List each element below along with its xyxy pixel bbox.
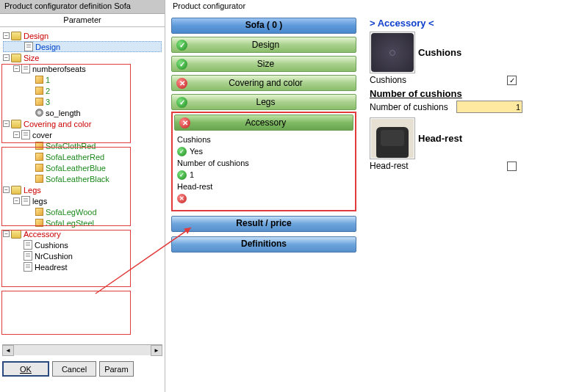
wizard-header: Sofa ( 0 ) (171, 18, 356, 34)
form-section-title: > Accessory < (370, 18, 546, 29)
tree-label: Size (24, 54, 39, 62)
collapse-icon[interactable]: − (3, 186, 10, 193)
page-icon (21, 64, 30, 73)
scroll-left-icon[interactable]: ◄ (2, 345, 14, 356)
tree-node-design[interactable]: − Design (3, 30, 162, 41)
tree-label: Design (35, 43, 60, 51)
detail-value: ✓Yes (177, 145, 351, 157)
tree-node-covering[interactable]: − Covering and color (3, 118, 162, 129)
tree-leaf[interactable]: 3 (3, 96, 162, 107)
collapse-icon[interactable]: − (13, 197, 20, 204)
collapse-icon[interactable]: − (3, 231, 10, 237)
tree-leaf[interactable]: so_length (3, 107, 162, 118)
tree-leaf[interactable]: Headrest (3, 261, 162, 272)
page-icon (24, 251, 32, 261)
parameter-tree: − Design Design − Size − numberofseats 1… (0, 27, 165, 335)
tree-node-legs-sub[interactable]: − legs (3, 195, 162, 206)
wizard-result[interactable]: Result / price (171, 216, 356, 232)
tree-node-design-child[interactable]: Design (3, 41, 162, 52)
wizard-step-design[interactable]: ✓Design (171, 37, 356, 53)
cushion-thumbnail (370, 32, 415, 73)
cube-icon (35, 175, 43, 183)
wizard-step-size[interactable]: ✓Size (171, 56, 356, 72)
cube-icon (35, 164, 43, 172)
ok-button[interactable]: OK (2, 361, 49, 377)
tree-leaf[interactable]: 2 (3, 85, 162, 96)
step-label: Size (192, 59, 356, 69)
collapse-icon[interactable]: − (3, 32, 10, 39)
cube-icon (35, 153, 43, 161)
tree-leaf[interactable]: SofaLegSteel (3, 217, 162, 228)
wizard-step-legs[interactable]: ✓Legs (171, 94, 356, 110)
tree-label: Headrest (35, 263, 68, 272)
tree-label: SofaLeatherRed (46, 153, 104, 161)
tree-label: 3 (46, 98, 50, 106)
wizard-step-accessory[interactable]: ✕Accessory (174, 115, 353, 131)
collapse-icon[interactable]: − (3, 54, 10, 61)
wizard-definitions[interactable]: Definitions (171, 236, 356, 253)
cushions-checkbox[interactable]: ✓ (507, 76, 517, 85)
tree-leaf[interactable]: NrCushion (3, 250, 162, 261)
ok-icon: ✓ (176, 59, 187, 70)
tree-label: NrCushion (35, 252, 73, 261)
tree-leaf[interactable]: SofaLegWood (3, 206, 162, 217)
ok-icon: ✓ (176, 40, 187, 51)
definition-title: Product configurator definition Sofa (0, 0, 165, 14)
headrest-sublabel: Head-rest (370, 161, 409, 171)
wizard-step-covering[interactable]: ✕Covering and color (171, 75, 356, 91)
cushions-block: Cushions (370, 32, 546, 73)
page-icon (24, 262, 32, 272)
tree-leaf[interactable]: Cushions (3, 239, 162, 250)
page-icon (24, 240, 32, 250)
step-label: Covering and color (192, 78, 356, 88)
tree-label: legs (32, 197, 47, 206)
tree-node-accessory[interactable]: − Accessory (3, 228, 162, 239)
cancel-button[interactable]: Cancel (52, 361, 96, 377)
tree-node-cover[interactable]: − cover (3, 129, 162, 140)
page-icon (21, 196, 30, 206)
parameter-header: Parameter (0, 14, 165, 27)
configurator-panel: Product configurator Sofa ( 0 ) ✓Design … (165, 0, 581, 392)
headrest-field: Head-rest (370, 161, 517, 171)
ok-icon: ✓ (177, 147, 187, 156)
tree-label: SofaClothRed (46, 142, 96, 150)
tree-label: Legs (24, 186, 41, 195)
tree-leaf[interactable]: SofaLeatherRed (3, 151, 162, 162)
tree-node-size[interactable]: − Size (3, 52, 162, 63)
param-button[interactable]: Param (99, 361, 133, 377)
tree-node-legs[interactable]: − Legs (3, 184, 162, 195)
error-icon: ✕ (179, 117, 190, 128)
tree-label: Cushions (35, 241, 68, 250)
collapse-icon[interactable]: − (13, 131, 20, 138)
tree-leaf[interactable]: SofaLeatherBlue (3, 162, 162, 173)
headrest-checkbox[interactable] (507, 161, 517, 171)
detail-label: Head-rest (177, 181, 351, 192)
tree-label: Accessory (24, 230, 61, 239)
folder-icon (11, 32, 21, 40)
page-icon (21, 130, 30, 139)
gear-icon (35, 109, 43, 117)
detail-value: ✕ (177, 192, 351, 204)
highlight-box (1, 291, 131, 335)
tree-node-numberofseats[interactable]: − numberofseats (3, 63, 162, 74)
tree-leaf[interactable]: 1 (3, 74, 162, 85)
folder-icon (11, 120, 21, 128)
scroll-right-icon[interactable]: ► (151, 345, 162, 356)
cube-icon (35, 208, 43, 216)
button-bar: OK Cancel Param (2, 361, 134, 377)
tree-label: SofaLeatherBlue (46, 164, 106, 173)
folder-icon (11, 54, 21, 62)
tree-label: Design (24, 32, 48, 40)
headrest-title: Head-rest (418, 133, 462, 144)
collapse-icon[interactable]: − (13, 65, 20, 72)
numcushions-input[interactable] (456, 101, 522, 113)
tree-leaf[interactable]: SofaLeatherBlack (3, 173, 162, 184)
cube-icon (35, 142, 43, 150)
error-icon: ✕ (177, 194, 187, 203)
horizontal-scrollbar[interactable]: ◄ ► (2, 344, 162, 355)
folder-icon (11, 186, 21, 195)
page-icon (24, 42, 33, 51)
tree-leaf[interactable]: SofaClothRed (3, 140, 162, 151)
headrest-block: Head-rest (370, 117, 546, 159)
collapse-icon[interactable]: − (3, 120, 10, 127)
